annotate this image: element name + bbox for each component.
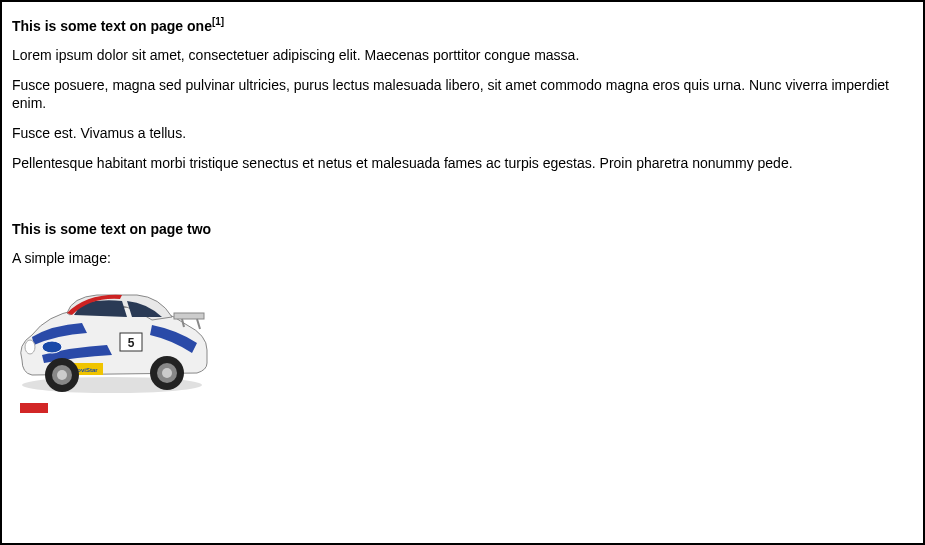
paragraph: Fusce est. Vivamus a tellus. bbox=[12, 124, 913, 142]
rally-car-icon: 5 MoviStar bbox=[12, 285, 212, 395]
svg-point-12 bbox=[25, 340, 35, 354]
svg-rect-13 bbox=[174, 313, 204, 319]
svg-point-1 bbox=[42, 341, 62, 353]
paragraph: Lorem ipsum dolor sit amet, consectetuer… bbox=[12, 46, 913, 64]
red-bar bbox=[20, 403, 48, 413]
rally-car-image: 5 MoviStar bbox=[12, 285, 212, 413]
svg-point-8 bbox=[57, 370, 67, 380]
page-one-section: This is some text on page one[1] Lorem i… bbox=[12, 16, 913, 173]
page-two-section: This is some text on page two A simple i… bbox=[12, 221, 913, 413]
page-one-heading: This is some text on page one[1] bbox=[12, 16, 913, 34]
paragraph: Fusce posuere, magna sed pulvinar ultric… bbox=[12, 76, 913, 112]
paragraph: Pellentesque habitant morbi tristique se… bbox=[12, 154, 913, 172]
svg-text:5: 5 bbox=[128, 336, 135, 350]
heading-text: This is some text on page one bbox=[12, 18, 212, 34]
image-caption: A simple image: bbox=[12, 249, 913, 267]
svg-line-15 bbox=[197, 319, 200, 329]
page-two-heading: This is some text on page two bbox=[12, 221, 913, 237]
footnote-ref: [1] bbox=[212, 16, 224, 27]
svg-point-11 bbox=[162, 368, 172, 378]
